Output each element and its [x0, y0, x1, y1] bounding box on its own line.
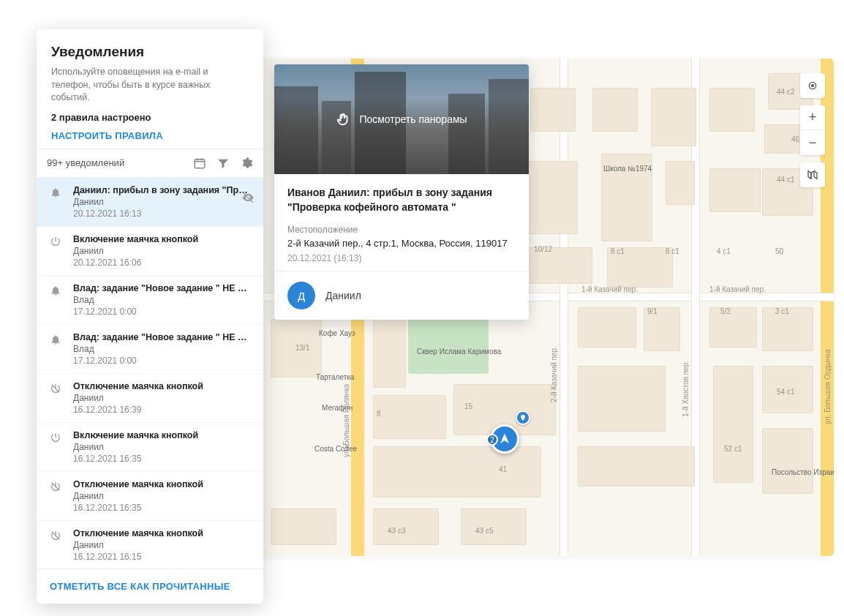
panel-title: Уведомления [51, 44, 249, 60]
notification-item[interactable]: Включение маячка кнопкойДаниил16.12.2021… [37, 423, 263, 472]
notification-date: 16.12.2021 16:35 [73, 454, 253, 464]
map-label-cafe4: Costa Coffee [314, 445, 357, 453]
notification-title: Включение маячка кнопкой [73, 430, 253, 440]
notification-item[interactable]: Влад: задание "Новое задание " НЕ ВЫПОЛН… [37, 325, 263, 374]
map-label-school: Школа №1974 [603, 165, 652, 173]
panorama-preview[interactable]: Посмотреть панорамы [274, 64, 529, 174]
avatar: Д [287, 282, 315, 309]
building [373, 446, 541, 497]
notification-user: Даниил [73, 393, 253, 403]
map-label-square: Сквер Ислама Каримова [417, 348, 483, 356]
map-label-cafe1: Кофе Хауз [319, 329, 355, 337]
building [709, 307, 757, 348]
map-label-street2: 2-й Казачий пер. [550, 346, 558, 402]
map-label-street1b: 1-й Казачий пер. [709, 285, 766, 293]
notification-item[interactable]: Включение маячка кнопкойДаниил20.12.2021… [37, 227, 263, 276]
map-label-b18: 54 с1 [777, 388, 794, 396]
map-label-b2: 8 с1 [611, 247, 625, 255]
notification-title: Влад: задание "Новое задание " НЕ ВЫПОЛН… [73, 332, 253, 342]
building [578, 366, 666, 432]
notification-title: Даниил: прибыл в зону задания "Провер... [73, 185, 253, 195]
notification-date: 16.12.2021 16:39 [73, 405, 253, 415]
power-off-icon [47, 381, 64, 415]
zoom-out-button[interactable]: − [800, 130, 825, 155]
building [592, 88, 638, 132]
detail-date: 20.12.2021 (16:13) [287, 253, 516, 263]
map-label-b16: 43 с3 [388, 527, 405, 535]
building [651, 88, 696, 146]
notification-item[interactable]: Даниил: прибыл в зону задания "Провер...… [37, 178, 263, 227]
zoom-in-button[interactable]: + [800, 105, 825, 130]
svg-rect-2 [195, 159, 205, 168]
map-marker[interactable]: 2 [490, 424, 519, 454]
map-label-street1: 1-й Казачий пер. [581, 285, 638, 293]
map-mini-marker[interactable] [516, 410, 530, 425]
user-name: Даниил [325, 290, 361, 301]
panel-footer: ОТМЕТИТЬ ВСЕ КАК ПРОЧИТАННЫЕ [37, 568, 263, 604]
map-label-b10: 3 с1 [775, 307, 789, 315]
notification-date: 20.12.2021 16:06 [73, 258, 253, 268]
tap-icon [336, 111, 352, 127]
notification-title: Отключение маячка кнопкой [73, 479, 253, 489]
building [578, 307, 636, 348]
panorama-label: Посмотреть панорамы [359, 113, 467, 125]
building [666, 161, 695, 205]
panel-subtitle: Используйте оповещения на e-mail и телеф… [51, 66, 249, 105]
power-off-icon [47, 528, 64, 562]
notifications-list[interactable]: Даниил: прибыл в зону задания "Провер...… [37, 178, 263, 569]
building [373, 395, 446, 439]
map-layers-button[interactable] [800, 162, 825, 187]
detail-title: Иванов Даниил: прибыл в зону задания "Пр… [287, 186, 516, 214]
notification-user: Даниил [73, 246, 253, 256]
notification-date: 16.12.2021 16:35 [73, 503, 253, 513]
map-label-street4: ул. Большая Ордынка [824, 349, 832, 424]
notifications-panel: Уведомления Используйте оповещения на e-… [37, 29, 263, 604]
building [709, 168, 761, 212]
zoom-group: + − [800, 105, 825, 155]
bell-icon [47, 185, 64, 219]
bell-icon [47, 332, 64, 366]
notification-title: Включение маячка кнопкой [73, 234, 253, 244]
filter-icon[interactable] [216, 157, 230, 170]
map-label-b3: 6 с1 [666, 247, 679, 255]
map-controls: + − [800, 73, 825, 187]
panel-toolbar: 99+ уведомлений [37, 149, 263, 178]
toolbar-count: 99+ уведомлений [47, 157, 124, 168]
notification-date: 17.12.2021 0:00 [73, 307, 253, 317]
location-value: 2-й Казачий пер., 4 стр.1, Москва, Росси… [287, 238, 516, 249]
notification-item[interactable]: Влад: задание "Новое задание " НЕ ВЫПОЛН… [37, 276, 263, 325]
map-label-b19: 52 с1 [724, 445, 742, 453]
eye-off-icon[interactable] [241, 191, 255, 204]
map-label-cafe2: Тарталетка [316, 373, 354, 381]
notification-user: Даниил [73, 491, 253, 501]
notification-date: 16.12.2021 16:15 [73, 552, 253, 562]
gear-icon[interactable] [240, 157, 253, 170]
configure-rules-link[interactable]: НАСТРОИТЬ ПРАВИЛА [51, 130, 249, 141]
building [709, 88, 755, 132]
notification-date: 20.12.2021 16:13 [73, 209, 253, 219]
notification-item[interactable]: Отключение маячка кнопкойДаниил16.12.202… [37, 472, 263, 521]
locate-button[interactable] [800, 73, 825, 98]
building [530, 88, 576, 132]
location-label: Местоположение [287, 225, 516, 235]
map-label-b5: 44 с2 [777, 88, 794, 96]
map-label-b6: 46 [791, 135, 799, 143]
bell-icon [47, 283, 64, 317]
marker-badge: 2 [486, 434, 498, 446]
detail-user-row[interactable]: Д Даниил [274, 271, 529, 320]
notification-user: Даниил [73, 540, 253, 550]
map-label-embassy: Посольство Израиля [772, 468, 815, 476]
notification-user: Влад [73, 344, 253, 354]
notification-user: Влад [73, 295, 253, 305]
map-label-cafe3: Мегафон [322, 404, 353, 412]
calendar-icon[interactable] [193, 157, 206, 170]
notification-item[interactable]: Отключение маячка кнопкойДаниил16.12.202… [37, 521, 263, 569]
mark-all-read-link[interactable]: ОТМЕТИТЬ ВСЕ КАК ПРОЧИТАННЫЕ [50, 581, 250, 592]
map-label-b1: 10/12 [534, 245, 552, 253]
notification-date: 17.12.2021 0:00 [73, 356, 253, 366]
detail-body: Иванов Даниил: прибыл в зону задания "Пр… [274, 174, 529, 271]
building [271, 508, 336, 545]
notification-item[interactable]: Отключение маячка кнопкойДаниил16.12.202… [37, 374, 263, 423]
notification-title: Влад: задание "Новое задание " НЕ ВЫПОЛН… [73, 283, 253, 293]
map-label-b9: 5/2 [720, 307, 731, 315]
